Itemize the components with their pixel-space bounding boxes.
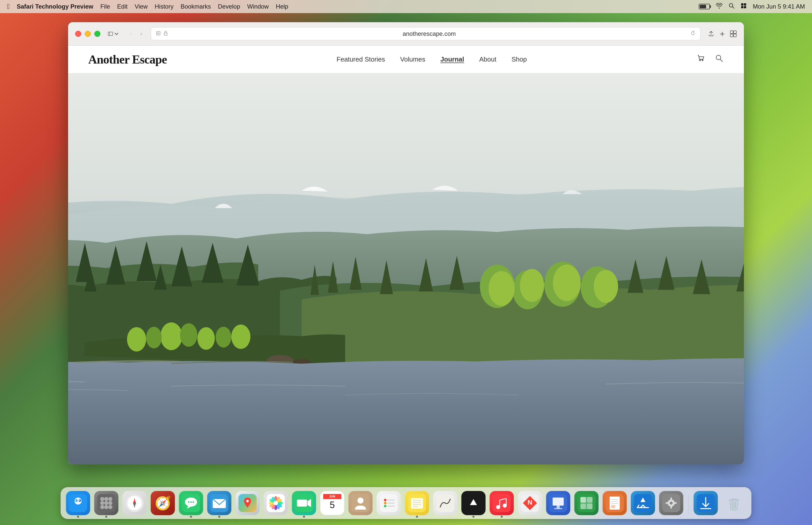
address-bar[interactable]: anotherescape.com xyxy=(151,27,701,40)
svg-rect-152 xyxy=(553,497,564,506)
menu-view[interactable]: View xyxy=(135,3,148,10)
forward-button[interactable]: › xyxy=(137,29,146,38)
svg-line-17 xyxy=(720,59,722,61)
dock-item-messages[interactable] xyxy=(179,491,203,515)
svg-rect-167 xyxy=(634,494,652,512)
dock-item-keynote[interactable] xyxy=(546,491,570,515)
dock: 🧭 xyxy=(61,487,751,519)
dock-item-photos[interactable] xyxy=(264,491,288,515)
svg-point-131 xyxy=(384,502,387,504)
nav-arrows: ‹ › xyxy=(126,29,146,38)
website-content: Another Escape Featured Stories Volumes … xyxy=(68,46,744,464)
dock-item-system-preferences[interactable] xyxy=(659,491,683,515)
svg-point-133 xyxy=(384,505,387,507)
dock-item-maps[interactable] xyxy=(236,491,260,515)
svg-point-63 xyxy=(197,327,215,350)
minimize-button[interactable] xyxy=(85,31,91,37)
svg-rect-143 xyxy=(493,494,511,512)
dock-item-contacts[interactable] xyxy=(348,491,373,515)
browser-titlebar: ‹ › xyxy=(75,27,737,40)
svg-rect-11 xyxy=(734,31,736,33)
dock-item-appstore[interactable] xyxy=(631,491,655,515)
svg-rect-166 xyxy=(611,505,615,508)
svg-point-74 xyxy=(75,500,76,501)
menu-edit[interactable]: Edit xyxy=(117,3,127,10)
lock-icon xyxy=(164,31,168,37)
menu-bar-time: Mon Jun 5 9:41 AM xyxy=(753,3,805,10)
dock-item-facetime[interactable] xyxy=(292,491,316,515)
dock-item-appletv[interactable] xyxy=(462,491,486,515)
svg-point-78 xyxy=(104,497,108,501)
svg-point-15 xyxy=(702,60,703,61)
site-logo[interactable]: Another Escape xyxy=(88,52,167,66)
app-name[interactable]: Safari Technology Preview xyxy=(17,3,93,10)
site-header-right xyxy=(696,54,724,65)
svg-rect-9 xyxy=(164,33,167,35)
close-button[interactable] xyxy=(75,31,81,37)
svg-point-80 xyxy=(100,501,104,505)
menu-bar-left:  Safari Technology Preview File Edit Vi… xyxy=(7,2,288,11)
fullscreen-button[interactable] xyxy=(94,31,100,37)
svg-text:N: N xyxy=(528,498,532,506)
sidebar-toggle-button[interactable] xyxy=(105,30,122,38)
menu-develop[interactable]: Develop xyxy=(218,3,240,10)
dock-item-music[interactable] xyxy=(490,491,514,515)
nav-shop[interactable]: Shop xyxy=(511,56,527,63)
svg-rect-3 xyxy=(744,3,746,5)
dock-item-mail[interactable] xyxy=(207,491,231,515)
menu-help[interactable]: Help xyxy=(276,3,288,10)
svg-point-65 xyxy=(146,327,162,348)
svg-rect-13 xyxy=(734,34,736,37)
svg-rect-160 xyxy=(587,504,592,509)
reload-button[interactable] xyxy=(691,31,695,37)
page-icon xyxy=(156,31,161,37)
dock-item-trash[interactable] xyxy=(722,491,746,515)
nav-journal[interactable]: Journal xyxy=(440,56,464,63)
nav-volumes[interactable]: Volumes xyxy=(400,56,425,63)
svg-point-99 xyxy=(193,501,194,503)
new-tab-button[interactable]: + xyxy=(720,29,725,39)
dock-item-launchpad[interactable] xyxy=(94,491,119,515)
dock-item-compass[interactable]: 🧭 xyxy=(151,491,175,515)
nav-featured-stories[interactable]: Featured Stories xyxy=(337,56,385,63)
search-button[interactable] xyxy=(715,54,724,65)
dock-item-safari[interactable] xyxy=(123,491,147,515)
share-button[interactable] xyxy=(708,30,715,37)
dock-item-freeform[interactable] xyxy=(433,491,457,515)
nav-about[interactable]: About xyxy=(479,56,496,63)
svg-point-82 xyxy=(108,501,112,505)
svg-point-75 xyxy=(79,500,80,501)
svg-rect-4 xyxy=(741,6,743,8)
menu-bookmarks[interactable]: Bookmarks xyxy=(181,3,211,10)
wifi-icon xyxy=(716,3,722,10)
menu-bar:  Safari Technology Preview File Edit Vi… xyxy=(0,0,812,13)
svg-point-84 xyxy=(104,505,108,509)
back-button[interactable]: ‹ xyxy=(126,29,136,38)
svg-rect-8 xyxy=(156,31,160,35)
svg-rect-136 xyxy=(411,498,423,509)
tab-overview-button[interactable] xyxy=(730,30,737,37)
dock-item-finder[interactable] xyxy=(66,491,90,515)
apple-menu[interactable]:  xyxy=(7,2,10,11)
dock-item-downloads[interactable] xyxy=(694,491,718,515)
svg-point-47 xyxy=(520,269,544,302)
url-display[interactable]: anotherescape.com xyxy=(171,30,688,37)
svg-rect-119 xyxy=(297,499,307,507)
dock-item-news[interactable]: N xyxy=(518,491,542,515)
svg-point-67 xyxy=(215,327,231,348)
svg-rect-172 xyxy=(671,506,672,509)
menu-file[interactable]: File xyxy=(100,3,110,10)
menu-history[interactable]: History xyxy=(155,3,174,10)
spotlight-icon[interactable] xyxy=(728,3,735,10)
dock-item-reminders[interactable] xyxy=(377,491,401,515)
browser-chrome: ‹ › xyxy=(68,22,744,46)
svg-rect-171 xyxy=(671,497,672,500)
cart-button[interactable] xyxy=(696,54,706,65)
dock-item-calendar[interactable]: JUN 5 xyxy=(320,491,345,515)
dock-item-pages[interactable] xyxy=(603,491,627,515)
dock-item-numbers[interactable] xyxy=(574,491,599,515)
dock-item-notes[interactable] xyxy=(405,491,429,515)
menu-window[interactable]: Window xyxy=(247,3,269,10)
svg-rect-173 xyxy=(666,502,668,504)
control-center-icon[interactable] xyxy=(741,3,747,10)
